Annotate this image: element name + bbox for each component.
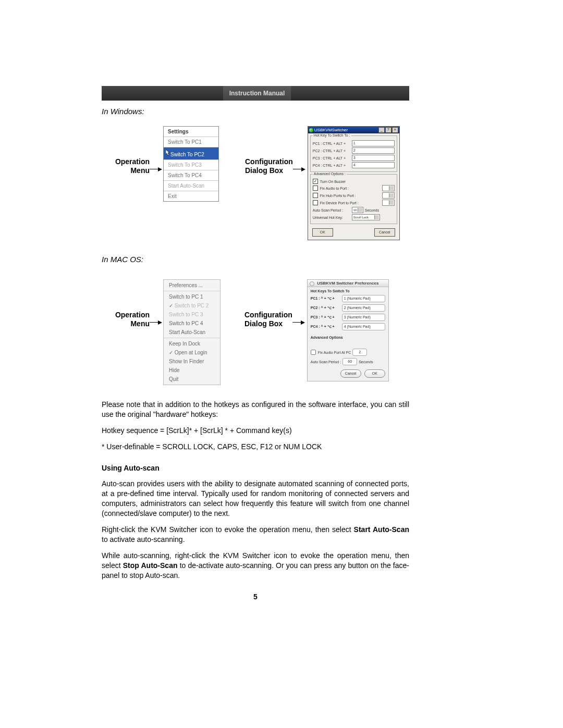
paragraph: While auto-scanning, right-click the KVM… [102,551,409,581]
menu-item[interactable]: Quit [164,375,220,384]
hotkey-input[interactable]: 3 (Numeric Pad) [342,314,385,321]
fix-audio-stepper[interactable]: 2 [352,349,367,356]
page: Instruction Manual In Windows: Operation… [0,0,563,728]
paragraph: * User-definable = SCROLL LOCK, CAPS, ES… [102,442,409,452]
hotkey-row: PC4 : CTRL + ALT +4 [313,162,395,168]
label-operation-menu-win: Operation Menu [102,157,150,175]
hotkey-label: PC4 : ^ + ⌥ + [311,325,342,329]
help-icon[interactable]: ? [385,127,391,133]
menu-item[interactable]: Hide [164,366,220,375]
menu-item-switch-pc1[interactable]: Switch To PC1 [164,137,218,147]
cancel-button[interactable]: Cancel [340,369,361,378]
menu-item-exit[interactable]: Exit [164,191,218,201]
hotkey-input[interactable]: 1 [352,140,395,146]
hotkey-input[interactable]: 4 [352,162,395,168]
banner-title: Instruction Manual [223,86,291,101]
menu-item-settings[interactable]: Settings [164,127,218,137]
minimize-icon[interactable]: _ [378,127,385,133]
checkbox[interactable] [313,200,318,205]
port-select[interactable] [382,192,395,199]
hotkey-input[interactable]: 2 [352,147,395,154]
autoscan-stepper[interactable]: 60 [342,358,357,365]
paragraph: Right-click the KVM Switcher icon to evo… [102,525,409,545]
cancel-button[interactable]: Cancel [374,228,395,237]
hotkey-label: PC2 : ^ + ⌥ + [311,306,342,310]
arrow-icon [150,169,161,169]
adv-label: Fix Audio to Port : [320,187,382,190]
close-icon[interactable] [310,281,314,286]
paragraph: Auto-scan provides users with the abilit… [102,479,409,519]
hotkey-label: PC3 : ^ + ⌥ + [311,315,342,319]
seconds-label: Seconds [365,208,379,212]
port-select[interactable] [382,185,395,191]
banner: Instruction Manual [102,86,409,101]
menu-item[interactable]: Switch to PC 1 [164,292,220,301]
group-legend: Hot Key To Switch To : [313,133,351,137]
advanced-group: Advanced Options : ✓Turn On BuzzerFix Au… [310,174,397,224]
univkey-select[interactable]: Scroll Lock [352,214,380,220]
menu-item[interactable]: Show In Finder [164,357,220,366]
app-icon [309,128,313,132]
menu-item[interactable]: Start Auto-Scan [164,328,220,337]
separator [164,338,220,338]
windows-context-menu[interactable]: Settings Switch To PC1 Switch To PC2 Swi… [163,126,219,202]
hotkey-input[interactable]: 4 (Numeric Pad) [342,323,385,330]
mac-context-menu[interactable]: Preferences ...Switch to PC 1Switch to P… [163,279,221,385]
checkbox[interactable]: ✓ [313,179,318,184]
hotkey-input[interactable]: 1 (Numeric Pad) [342,295,385,302]
dialog-titlebar[interactable]: USBKVMSwitcher _ ? × [308,127,399,133]
checkbox[interactable] [311,350,316,355]
heading-in-windows: In Windows: [102,107,409,116]
dialog-titlebar[interactable]: USBKVM Switcher Preferences [308,280,388,287]
adv-label: Fix Hub Ports to Port : [320,194,382,198]
section-label: Hot Keys To Switch To [308,287,388,294]
group-legend: Advanced Options : [313,172,347,176]
arrow-icon [150,322,161,323]
hotkey-label: PC3 : CTRL + ALT + [313,156,352,160]
label-operation-menu-mac: Operation Menu [102,311,150,328]
menu-item-start-autoscan[interactable]: Start Auto-Scan [164,181,218,191]
hotkey-row: PC2 : CTRL + ALT +2 [313,147,395,154]
label-config-dialog-mac: Configuration Dialog Box [244,311,292,328]
univkey-label: Universal Hot Key: [313,216,352,219]
hotkey-label: PC1 : CTRL + ALT + [313,142,352,145]
port-select[interactable] [382,200,395,206]
hotkey-row: PC2 : ^ + ⌥ +2 (Numeric Pad) [308,303,388,313]
fix-audio-label: Fix Audio Port At PC [318,351,351,354]
hotkey-label: PC2 : CTRL + ALT + [313,149,352,153]
menu-item[interactable]: Preferences ... [164,281,220,290]
ok-button[interactable]: OK [364,369,385,378]
arrow-icon [292,322,304,323]
menu-item[interactable]: Switch to PC 4 [164,319,220,328]
hotkey-input[interactable]: 2 (Numeric Pad) [342,304,385,312]
checkbox[interactable] [313,186,318,191]
menu-item[interactable]: Switch to PC 3 [164,310,220,319]
adv-row: Fix Audio to Port : [313,185,395,191]
menu-item-switch-pc2[interactable]: Switch To PC2 [164,147,218,160]
heading-using-autoscan: Using Auto-scan [102,463,409,473]
menu-item[interactable]: Switch to PC 2 [164,301,220,310]
adv-row: Fix Hub Ports to Port : [313,192,395,199]
hotkey-group: Hot Key To Switch To : PC1 : CTRL + ALT … [310,135,397,172]
hotkey-input[interactable]: 3 [352,155,395,161]
page-number: 5 [102,593,409,601]
label-config-dialog-win: Configuration Dialog Box [245,157,293,175]
menu-item[interactable]: Open at Login [164,348,220,357]
autoscan-label: Auto Scan Period : [313,208,352,212]
checkbox[interactable] [313,193,318,198]
paragraph: Hotkey sequence = [ScrLk]* + [ScrLk] * +… [102,426,409,436]
close-icon[interactable]: × [392,127,398,133]
autoscan-select[interactable]: 10 [352,207,363,213]
menu-item-switch-pc4[interactable]: Switch To PC4 [164,170,218,181]
mac-config-dialog[interactable]: USBKVM Switcher Preferences Hot Keys To … [307,279,389,381]
adv-row: Fix Device Port to Port : [313,200,395,206]
adv-row: ✓Turn On Buzzer [313,179,395,184]
hotkey-label: PC4 : CTRL + ALT + [313,164,352,167]
adv-label: Fix Device Port to Port : [320,201,382,205]
ok-button[interactable]: OK [312,228,333,237]
menu-item-switch-pc3[interactable]: Switch To PC3 [164,160,218,170]
windows-config-dialog[interactable]: USBKVMSwitcher _ ? × Hot Key To Switch T… [308,126,400,240]
menu-item[interactable]: Keep In Dock [164,339,220,348]
arrow-icon [293,169,304,169]
separator [164,291,220,291]
